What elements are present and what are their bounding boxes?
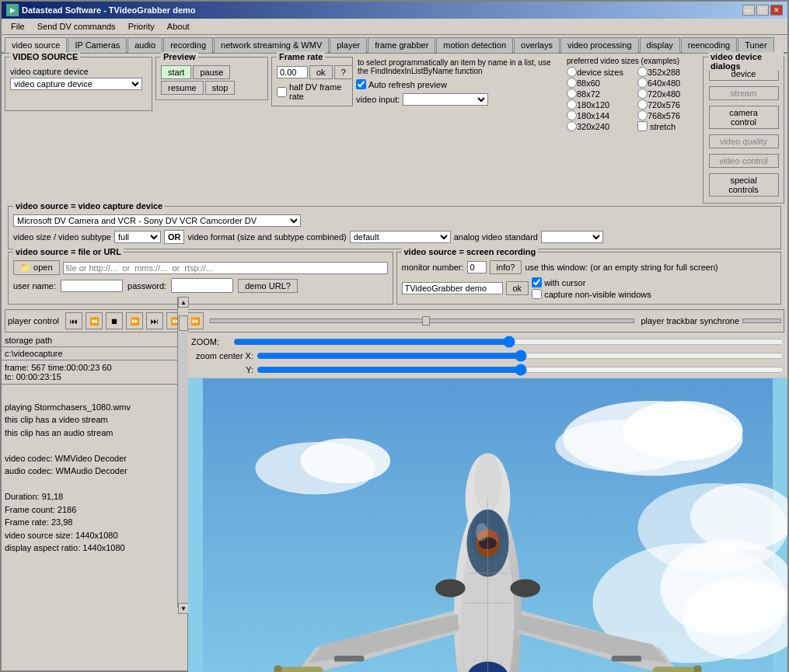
preferred-sizes-section: preferred video sizes (examples) device … [567,57,700,131]
minimize-button[interactable]: ─ [742,5,755,16]
camera-control-button[interactable]: camera control [709,106,779,129]
close-button[interactable]: ✕ [770,5,783,16]
tab-overlays[interactable]: overlays [514,37,560,53]
use-window-ok-button[interactable]: ok [506,281,529,295]
zoom-slider[interactable] [233,336,784,348]
video-control-button[interactable]: video control [709,154,779,168]
size-640-radio[interactable] [637,78,648,88]
special-controls-button[interactable]: special controls [709,173,779,197]
menu-about[interactable]: About [161,20,196,33]
frame-rate-title: Frame rate [277,52,325,61]
tab-tuner[interactable]: Tuner [738,37,773,53]
size-720x576: 720x576 [637,99,700,110]
menu-priority[interactable]: Priority [122,20,161,33]
password-input[interactable] [171,278,233,293]
capture-non-visible-row: capture non-visible windows [532,289,651,299]
size-subtype-select[interactable]: full [114,231,161,243]
tab-ip-cameras[interactable]: IP Cameras [68,37,127,53]
menu-send-dv[interactable]: Send DV commands [31,20,122,33]
log-playing: playing Stormchasers_1080.wmv [5,401,184,414]
title-buttons: ─ □ ✕ [742,5,783,16]
log-area: playing Stormchasers_1080.wmv this clip … [2,385,187,672]
svg-rect-33 [612,656,642,662]
sizes-grid: device sizes 352x288 88x60 640x480 88x72… [567,67,700,131]
tab-reencoding[interactable]: reencoding [681,37,737,53]
stream-dialog-button[interactable]: stream [709,86,779,100]
tab-player[interactable]: player [330,37,367,53]
zoom-center-x-slider[interactable] [257,350,784,362]
stop-button[interactable]: stop [205,81,236,95]
open-button[interactable]: 📁 open [13,260,60,275]
video-quality-button[interactable]: video quality [709,134,779,148]
size-subtype-label: video size / video subtype [13,232,111,242]
player-btn-2[interactable]: ⏪ [86,312,103,329]
capture-device-row: video source = video capture device Micr… [5,206,784,249]
capture-non-visible-checkbox[interactable] [532,289,542,299]
tab-network-streaming[interactable]: network streaming & WMV [214,37,329,53]
file-url-title: video source = file or URL [13,247,124,256]
zoom-center-y-slider[interactable] [257,364,784,376]
stretch-checkbox[interactable] [637,121,648,131]
scroll-thumb[interactable] [179,315,188,331]
size-device-radio[interactable] [567,67,577,77]
with-cursor-checkbox[interactable] [532,277,542,287]
tab-recording[interactable]: recording [163,37,213,53]
size-768x576-radio[interactable] [637,110,648,120]
video-source-select[interactable]: video capture device [10,78,142,90]
monitor-info-button[interactable]: info? [490,260,522,274]
analog-select[interactable] [541,231,603,243]
size-320x240-radio[interactable] [567,121,577,131]
maximize-button[interactable]: □ [756,5,769,16]
size-352-radio[interactable] [637,67,648,77]
tab-frame-grabber[interactable]: frame grabber [368,37,435,53]
monitor-input[interactable] [467,261,487,273]
find-index-info: to select programmatically an item by na… [356,57,564,77]
half-dv-label: half DV frame rate [289,82,347,101]
tab-motion-detection[interactable]: motion detection [436,37,513,53]
size-180x120-radio[interactable] [567,99,577,110]
size-88x60-radio[interactable] [567,78,577,88]
video-input-select[interactable] [403,93,488,106]
scroll-up-button[interactable]: ▲ [178,297,189,308]
player-btn-4[interactable]: ⏩ [126,312,143,329]
frame-rate-question-button[interactable]: ? [334,65,353,79]
capture-device-select[interactable]: Microsoft DV Camera and VCR - Sony DV VC… [13,214,301,227]
svg-rect-28 [278,667,323,672]
file-url-input[interactable] [63,262,388,274]
menu-file[interactable]: File [5,20,31,33]
format-select[interactable]: default [350,231,451,243]
size-88x72-radio[interactable] [567,89,577,99]
auto-refresh-row: Auto refresh preview [356,79,564,89]
player-btn-3[interactable]: ⏹ [106,312,123,329]
half-dv-checkbox[interactable] [277,87,287,97]
sync-trackbar[interactable] [742,319,781,323]
tab-video-source[interactable]: video source [5,37,67,53]
left-panel: storage path c:\videocapture frame: 567 … [2,334,188,672]
size-720x480-radio[interactable] [637,89,648,99]
tab-display[interactable]: display [640,37,680,53]
scroll-down-button[interactable]: ▼ [178,603,189,614]
player-control-row: player control ⏮ ⏪ ⏹ ⏩ ⏭ ⏪ ⏩ player trac… [8,312,781,329]
resume-button[interactable]: resume [161,81,204,95]
player-btn-1[interactable]: ⏮ [65,312,82,329]
tab-audio[interactable]: audio [127,37,162,53]
svg-rect-31 [694,665,702,672]
player-btn-5[interactable]: ⏭ [146,312,163,329]
player-btn-7[interactable]: ⏩ [187,312,204,329]
frame-rate-ok-button[interactable]: ok [309,65,333,79]
size-180x144-radio[interactable] [567,110,577,120]
username-input[interactable] [61,280,123,292]
player-trackbar[interactable] [210,319,634,323]
svg-point-39 [476,523,487,541]
use-window-input[interactable] [402,282,503,294]
pause-button[interactable]: pause [193,65,230,79]
tab-video-processing[interactable]: video processing [560,37,639,53]
size-720x576-radio[interactable] [637,99,648,110]
storage-path-label: storage path [2,334,187,347]
frame-rate-input[interactable] [277,66,308,78]
auto-refresh-checkbox[interactable] [356,79,366,89]
start-button[interactable]: start [161,65,191,79]
preferred-sizes-title: preferred video sizes (examples) [567,57,700,65]
left-panel-scrollbar: ▲ ▼ [177,297,188,608]
demo-url-button[interactable]: demo URL? [238,279,298,293]
